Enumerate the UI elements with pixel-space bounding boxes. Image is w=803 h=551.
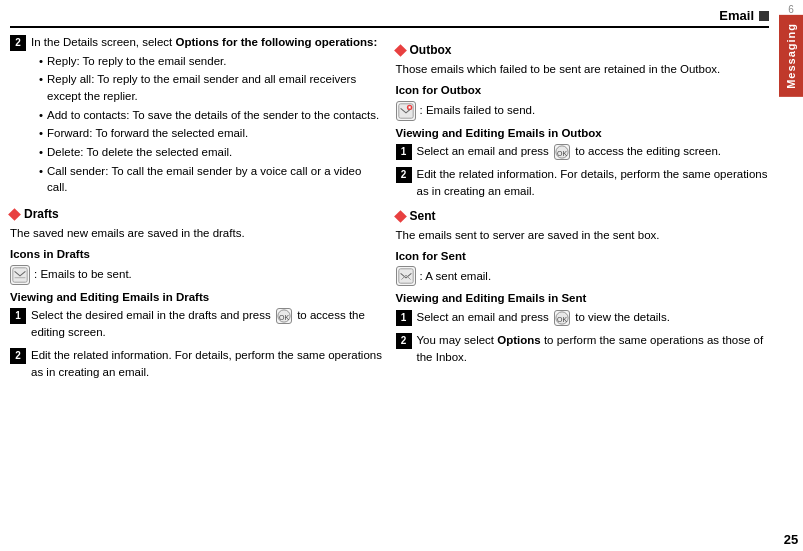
bullet-call-sender: Call sender: To call the email sender by… <box>39 163 384 196</box>
step2-bullets: Reply: To reply to the email sender. Rep… <box>31 53 384 196</box>
sidebar: 6 Messaging 25 <box>779 0 803 551</box>
svg-text:OK: OK <box>279 314 289 321</box>
outbox-icon <box>396 101 416 121</box>
outbox-step1-end: to access the editing screen. <box>575 145 721 157</box>
step2-bold: Options for the following operations: <box>175 36 377 48</box>
drafts-step1-icon: OK <box>276 308 292 324</box>
outbox-step2-text: Edit the related information. For detail… <box>417 166 770 199</box>
drafts-step1-text: Select the desired email in the drafts a… <box>31 307 384 341</box>
right-column: Outbox Those emails which failed to be s… <box>396 34 770 543</box>
svg-rect-0 <box>13 268 27 282</box>
outbox-icon-text: : Emails failed to send. <box>420 102 536 119</box>
outbox-icon-heading: Icon for Outbox <box>396 82 770 99</box>
drafts-desc: The saved new emails are saved in the dr… <box>10 225 384 242</box>
sent-step1-icon: OK <box>554 310 570 326</box>
svg-rect-10 <box>398 269 412 283</box>
sent-step2-badge: 2 <box>396 333 412 349</box>
sent-diamond-icon <box>394 210 407 223</box>
page-header: Email <box>10 8 769 28</box>
step2-main: In the Details screen, select <box>31 36 175 48</box>
sent-heading: Sent <box>396 208 770 225</box>
svg-text:OK: OK <box>557 316 567 323</box>
messaging-tab: Messaging <box>779 15 803 97</box>
sent-title: Sent <box>410 208 436 225</box>
drafts-heading: Drafts <box>10 206 384 223</box>
outbox-desc: Those emails which failed to be sent are… <box>396 61 770 78</box>
drafts-icon-text: : Emails to be sent. <box>34 266 132 283</box>
drafts-title: Drafts <box>24 206 59 223</box>
sent-step2-text: You may select Options to perform the sa… <box>417 332 770 365</box>
drafts-diamond-icon <box>8 208 21 221</box>
outbox-step2: 2 Edit the related information. For deta… <box>396 166 770 199</box>
sent-step1: 1 Select an email and press OK to view t… <box>396 309 770 326</box>
sent-step2-bold: Options <box>497 334 540 346</box>
sent-step1-text: Select an email and press OK to view the… <box>417 309 770 326</box>
outbox-step2-badge: 2 <box>396 167 412 183</box>
sent-step2-start: You may select <box>417 334 498 346</box>
main-content: Email 2 In the Details screen, select Op… <box>0 0 779 551</box>
sent-icon-desc: : A sent email. <box>396 266 770 286</box>
drafts-icon <box>10 265 30 285</box>
drafts-step1-badge: 1 <box>10 308 26 324</box>
step-badge-2-left: 2 <box>10 35 26 51</box>
page-number: 25 <box>780 528 802 551</box>
left-column: 2 In the Details screen, select Options … <box>10 34 384 543</box>
header-title: Email <box>719 8 754 23</box>
viewing-outbox-heading: Viewing and Editing Emails in Outbox <box>396 125 770 142</box>
left-step2: 2 In the Details screen, select Options … <box>10 34 384 198</box>
outbox-heading: Outbox <box>396 42 770 59</box>
sent-desc: The emails sent to server are saved in t… <box>396 227 770 244</box>
sent-step1-badge: 1 <box>396 310 412 326</box>
outbox-step1-badge: 1 <box>396 144 412 160</box>
bullet-add-contacts: Add to contacts: To save the details of … <box>39 107 384 124</box>
outbox-diamond-icon <box>394 44 407 57</box>
header-icon <box>759 11 769 21</box>
sent-icon <box>396 266 416 286</box>
outbox-step1-text: Select an email and press OK to access t… <box>417 143 770 160</box>
outbox-title: Outbox <box>410 42 452 59</box>
drafts-icon-desc: : Emails to be sent. <box>10 265 384 285</box>
bullet-forward: Forward: To forward the selected email. <box>39 125 384 142</box>
two-col-layout: 2 In the Details screen, select Options … <box>10 34 769 543</box>
sent-icon-text: : A sent email. <box>420 268 492 285</box>
outbox-icon-desc: : Emails failed to send. <box>396 101 770 121</box>
bullet-delete: Delete: To delete the selected email. <box>39 144 384 161</box>
bullet-reply: Reply: To reply to the email sender. <box>39 53 384 70</box>
icons-in-drafts-heading: Icons in Drafts <box>10 246 384 263</box>
sent-step2: 2 You may select Options to perform the … <box>396 332 770 365</box>
viewing-drafts-heading: Viewing and Editing Emails in Drafts <box>10 289 384 306</box>
sent-step1-main: Select an email and press <box>417 311 549 323</box>
outbox-step1-main: Select an email and press <box>417 145 549 157</box>
drafts-step1-main: Select the desired email in the drafts a… <box>31 309 271 321</box>
chapter-number: 6 <box>788 0 794 15</box>
svg-text:OK: OK <box>557 150 567 157</box>
drafts-step2-text: Edit the related information. For detail… <box>31 347 384 380</box>
drafts-step1: 1 Select the desired email in the drafts… <box>10 307 384 341</box>
outbox-step1: 1 Select an email and press OK to access… <box>396 143 770 160</box>
viewing-sent-heading: Viewing and Editing Emails in Sent <box>396 290 770 307</box>
bullet-reply-all: Reply all: To reply to the email sender … <box>39 71 384 104</box>
drafts-step2-badge: 2 <box>10 348 26 364</box>
sent-step1-end: to view the details. <box>575 311 670 323</box>
outbox-step1-icon: OK <box>554 144 570 160</box>
step2-text: In the Details screen, select Options fo… <box>31 34 384 198</box>
sent-icon-heading: Icon for Sent <box>396 248 770 265</box>
drafts-step2: 2 Edit the related information. For deta… <box>10 347 384 380</box>
